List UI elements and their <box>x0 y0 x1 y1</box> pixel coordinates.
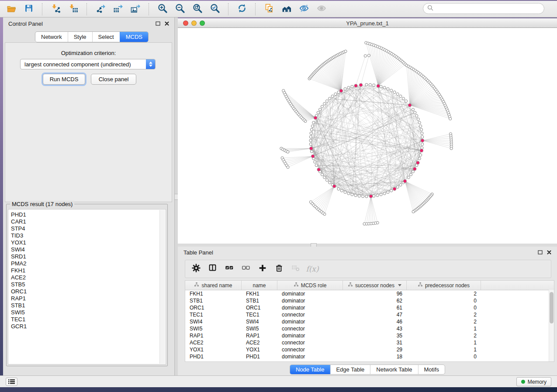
table-scrollbar[interactable] <box>549 290 554 361</box>
mcds-result-item[interactable]: RAP1 <box>11 295 166 302</box>
network-node[interactable] <box>373 195 375 197</box>
network-node[interactable] <box>318 108 321 111</box>
cell-successor_nodes[interactable]: 46 <box>343 319 407 325</box>
network-node[interactable] <box>415 114 418 117</box>
network-node[interactable] <box>387 88 389 90</box>
cell-predecessor_nodes[interactable]: 1 <box>407 340 481 346</box>
network-node[interactable] <box>347 86 350 89</box>
cell-shared_name[interactable]: RAP1 <box>185 333 242 339</box>
network-node[interactable] <box>365 83 368 86</box>
mcds-hub-node[interactable] <box>369 195 372 198</box>
mcds-result-item[interactable]: STB1 <box>11 302 166 309</box>
cell-mcds_role[interactable]: connector <box>277 312 343 318</box>
network-node[interactable] <box>421 132 423 134</box>
tab-network-table[interactable]: Network Table <box>370 365 418 374</box>
network-node[interactable] <box>369 83 371 86</box>
mcds-hub-node[interactable] <box>413 167 416 170</box>
network-node[interactable] <box>351 85 353 88</box>
select-all-columns-button[interactable] <box>222 261 237 276</box>
network-node[interactable] <box>321 173 323 176</box>
cell-predecessor_nodes[interactable]: 1 <box>407 326 481 332</box>
mcds-hub-node[interactable] <box>317 168 320 171</box>
network-window-titlebar[interactable]: YPA_prune.txt_1 <box>178 18 557 28</box>
table-row[interactable]: ACE2ACE2connector311 <box>185 339 554 346</box>
network-node[interactable] <box>315 164 318 167</box>
network-node[interactable] <box>344 50 347 52</box>
mcds-result-item[interactable]: STP4 <box>11 225 166 232</box>
column-header-successor-nodes[interactable]: successor nodes <box>343 281 407 290</box>
network-node[interactable] <box>367 54 370 57</box>
mcds-result-item[interactable]: PHD1 <box>11 211 166 218</box>
network-view[interactable] <box>178 28 557 244</box>
cell-predecessor_nodes[interactable]: 0 <box>407 305 481 311</box>
cell-name[interactable]: PHD1 <box>242 354 277 360</box>
apply-layout-button[interactable] <box>233 2 251 17</box>
mcds-result-item[interactable]: SWI4 <box>11 246 166 253</box>
mcds-result-item[interactable]: ACE2 <box>11 274 166 281</box>
mcds-result-item[interactable]: STB5 <box>11 281 166 288</box>
cell-name[interactable]: SWI4 <box>242 319 277 325</box>
cell-name[interactable]: FKH1 <box>242 291 277 297</box>
network-node[interactable] <box>334 93 337 95</box>
network-node[interactable] <box>310 128 313 131</box>
show-all-button[interactable] <box>313 2 330 17</box>
network-node[interactable] <box>407 176 410 179</box>
cell-shared_name[interactable]: ACE2 <box>185 340 242 346</box>
network-node[interactable] <box>409 173 412 176</box>
network-node[interactable] <box>373 84 375 86</box>
node-table[interactable]: shared namenameMCDS rolesuccessor nodesp… <box>185 280 554 362</box>
cell-predecessor_nodes[interactable]: 0 <box>407 354 481 360</box>
mcds-result-item[interactable]: PMA2 <box>11 260 166 267</box>
run-mcds-button[interactable]: Run MCDS <box>43 74 85 85</box>
network-node[interactable] <box>311 125 314 127</box>
network-node[interactable] <box>450 147 453 150</box>
network-node[interactable] <box>383 86 386 89</box>
cell-successor_nodes[interactable]: 96 <box>343 291 407 297</box>
network-node[interactable] <box>351 193 353 196</box>
network-node[interactable] <box>405 100 407 102</box>
search-input[interactable] <box>436 5 540 12</box>
table-row[interactable]: FKH1FKH1dominator962 <box>185 290 554 297</box>
cell-successor_nodes[interactable]: 29 <box>343 347 407 353</box>
network-node[interactable] <box>364 55 367 57</box>
tab-style[interactable]: Style <box>68 32 92 42</box>
cell-mcds_role[interactable]: dominator <box>277 354 343 360</box>
mcds-result-item[interactable]: SRD1 <box>11 253 166 260</box>
table-row[interactable]: STB1STB1dominator620 <box>185 297 554 304</box>
network-node[interactable] <box>309 139 312 142</box>
tab-node-table[interactable]: Node Table <box>290 365 330 374</box>
network-node[interactable] <box>310 150 313 153</box>
network-node[interactable] <box>412 108 414 111</box>
column-header-MCDS-role[interactable]: MCDS role <box>277 281 343 290</box>
network-node[interactable] <box>344 191 346 193</box>
mcds-hub-node[interactable] <box>310 147 313 150</box>
cell-shared_name[interactable]: YOX1 <box>185 347 242 353</box>
cell-successor_nodes[interactable]: 18 <box>343 354 407 360</box>
network-node[interactable] <box>287 166 289 168</box>
clone-network-button[interactable] <box>260 2 278 17</box>
network-node[interactable] <box>365 195 368 198</box>
zoom-in-button[interactable] <box>154 2 171 17</box>
mcds-hub-node[interactable] <box>311 155 314 158</box>
table-scrollbar-thumb[interactable] <box>550 292 554 323</box>
network-node[interactable] <box>340 189 343 192</box>
mcds-result-item[interactable]: CAR1 <box>11 218 166 225</box>
horizontal-splitter[interactable] <box>178 244 557 247</box>
mcds-hub-node[interactable] <box>333 185 336 188</box>
network-node[interactable] <box>354 194 357 196</box>
float-table-panel-icon[interactable] <box>538 248 543 256</box>
network-node[interactable] <box>323 176 326 179</box>
network-node[interactable] <box>331 95 334 97</box>
cell-name[interactable]: SWI5 <box>242 326 277 332</box>
network-node[interactable] <box>321 105 323 108</box>
cell-predecessor_nodes[interactable]: 2 <box>407 291 481 297</box>
cell-predecessor_nodes[interactable]: 1 <box>407 347 481 353</box>
network-node[interactable] <box>325 100 328 102</box>
cell-mcds_role[interactable]: dominator <box>277 333 343 339</box>
show-columns-button[interactable] <box>205 261 220 276</box>
float-panel-icon[interactable] <box>156 20 160 28</box>
cell-mcds_role[interactable]: connector <box>277 347 343 353</box>
cell-mcds_role[interactable]: connector <box>277 340 343 346</box>
mcds-result-item[interactable]: TID3 <box>11 232 166 239</box>
cell-shared_name[interactable]: STB1 <box>185 298 242 304</box>
